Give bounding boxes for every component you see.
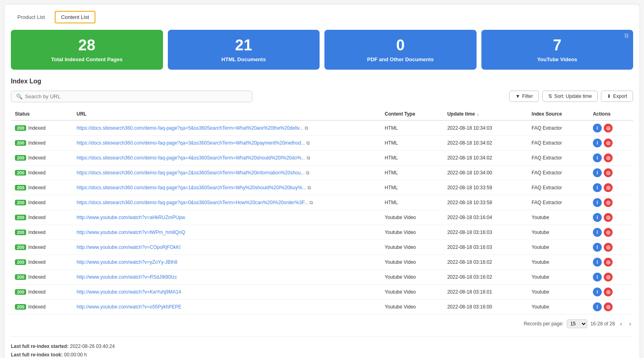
search-input[interactable] [25,93,247,99]
export-button[interactable]: ⬇ Export [601,91,633,102]
pagination-row: Records per page: 152550100 16-28 of 28 … [11,319,633,328]
info-button[interactable]: i [593,302,602,311]
cell-url: http://www.youtube.com/watch?v=COpoRjFOk… [72,240,381,255]
copy-icon[interactable]: ⧉ [307,155,310,161]
cell-status: 200 Indexed [11,284,72,299]
cell-index-source: Youtube [528,255,589,269]
table-row: 200 Indexedhttps://docs.sitesearch360.co… [11,120,633,136]
cell-update-time: 2022-08-18 10:33:59 [443,180,528,195]
status-badge: 200 Indexed [15,170,45,176]
cell-url: http://www.youtube.com/watch?v=o55PykhPE… [72,299,381,314]
copy-icon[interactable]: ⧉ [308,185,311,190]
actions-cell: i ◎ [593,258,629,267]
tab-product-list[interactable]: Product List [11,11,52,23]
copy-icon[interactable]: ⧉ [306,170,310,176]
status-text: Indexed [28,140,45,146]
sort-button[interactable]: ⇅ Sort: Update time [542,91,598,102]
delete-button[interactable]: ◎ [604,258,613,267]
info-button[interactable]: i [593,139,602,147]
cell-content-type: Youtube Video [381,284,443,299]
info-button[interactable]: i [593,124,602,132]
cell-index-source: Youtube [528,269,589,284]
info-button[interactable]: i [593,198,602,207]
delete-button[interactable]: ◎ [604,198,613,207]
cell-actions: i ◎ [589,120,633,136]
last-reindex-started-value: 2022-08-26 03:40:24 [70,344,115,349]
status-code: 200 [15,140,26,146]
cell-url: http://www.youtube.com/watch?v=KwYuhj9MA… [72,284,381,299]
info-button[interactable]: i [593,153,602,162]
cell-content-type: HTML [381,165,443,180]
cell-content-type: Youtube Video [381,269,443,284]
copy-icon[interactable]: ⧉ [310,200,313,205]
status-badge: 200 Indexed [15,289,45,295]
status-code: 200 [15,274,26,280]
url-link[interactable]: http://www.youtube.com/watch?v=o55PykhPE… [76,304,181,310]
cell-index-source: FAQ Extractor [528,195,589,210]
filter-icon: ▼ [515,93,520,99]
info-button[interactable]: i [593,228,602,237]
table-row: 200 Indexedhttps://docs.sitesearch360.co… [11,150,633,165]
cell-status: 200 Indexed [11,210,72,225]
url-link[interactable]: https://docs.sitesearch360.com/demo-faq-… [76,170,305,176]
copy-icon[interactable]: ⧉ [305,125,308,131]
url-link[interactable]: https://docs.sitesearch360.com/demo-faq-… [76,185,306,190]
records-per-page-select[interactable]: 152550100 [567,319,587,328]
cell-status: 200 Indexed [11,225,72,240]
url-link[interactable]: http://www.youtube.com/watch?v=KwYuhj9MA… [76,289,181,295]
status-code: 200 [15,230,26,235]
url-link[interactable]: http://www.youtube.com/watch?v=tWPm_hm8Q… [76,230,185,235]
status-code: 200 [15,155,26,161]
table-row: 200 Indexedhttp://www.youtube.com/watch?… [11,284,633,299]
delete-button[interactable]: ◎ [604,168,613,177]
delete-button[interactable]: ◎ [604,288,613,296]
delete-button[interactable]: ◎ [604,243,613,252]
status-badge: 200 Indexed [15,125,45,131]
url-link[interactable]: http://www.youtube.com/watch?v=RSdJ9t90I… [76,274,177,280]
stat-label-html: HTML Documents [174,56,314,62]
delete-button[interactable]: ◎ [604,139,613,147]
tab-content-list[interactable]: Content List [55,11,95,23]
delete-button[interactable]: ◎ [604,183,613,192]
col-update-time[interactable]: Update time ↓ [443,108,528,120]
filter-button[interactable]: ▼ Filter [509,91,539,102]
cell-content-type: Youtube Video [381,210,443,225]
section-title: Index Log [11,78,633,85]
url-link[interactable]: http://www.youtube.com/watch?v=COpoRjFOk… [76,244,180,250]
info-button[interactable]: i [593,258,602,267]
cell-actions: i ◎ [589,240,633,255]
info-button[interactable]: i [593,168,602,177]
table-row: 200 Indexedhttp://www.youtube.com/watch?… [11,240,633,255]
cell-actions: i ◎ [589,225,633,240]
url-link[interactable]: http://www.youtube.com/watch?v=aHkRUZmPU… [76,215,185,220]
cell-update-time: 2022-08-18 10:34:02 [443,135,528,150]
url-link[interactable]: https://docs.sitesearch360.com/demo-faq-… [76,125,303,131]
info-button[interactable]: i [593,213,602,222]
cell-status: 200 Indexed [11,150,72,165]
delete-button[interactable]: ◎ [604,213,613,222]
next-page-button[interactable]: › [627,320,633,328]
tabs-container: Product List Content List [11,11,633,23]
url-link[interactable]: https://docs.sitesearch360.com/demo-faq-… [76,200,308,205]
last-reindex-started: Last full re-index started: 2022-08-26 0… [11,342,633,351]
status-code: 200 [15,185,26,190]
delete-button[interactable]: ◎ [604,228,613,237]
delete-button[interactable]: ◎ [604,302,613,311]
url-link[interactable]: http://www.youtube.com/watch?v=yZoYy-JBI… [76,259,177,265]
cell-content-type: HTML [381,120,443,136]
delete-button[interactable]: ◎ [604,153,613,162]
table-wrap: Status URL Content Type Update time ↓ In… [11,108,633,315]
copy-icon[interactable]: ⧉ [306,140,310,146]
prev-page-button[interactable]: ‹ [618,320,624,328]
info-button[interactable]: i [593,288,602,296]
delete-button[interactable]: ◎ [604,124,613,132]
status-badge: 200 Indexed [15,230,45,235]
info-button[interactable]: i [593,183,602,192]
cell-url: http://www.youtube.com/watch?v=yZoYy-JBI… [72,255,381,269]
info-button[interactable]: i [593,273,602,281]
url-link[interactable]: https://docs.sitesearch360.com/demo-faq-… [76,155,305,161]
url-link[interactable]: https://docs.sitesearch360.com/demo-faq-… [76,140,305,146]
status-text: Indexed [28,230,45,235]
delete-button[interactable]: ◎ [604,273,613,281]
info-button[interactable]: i [593,243,602,252]
